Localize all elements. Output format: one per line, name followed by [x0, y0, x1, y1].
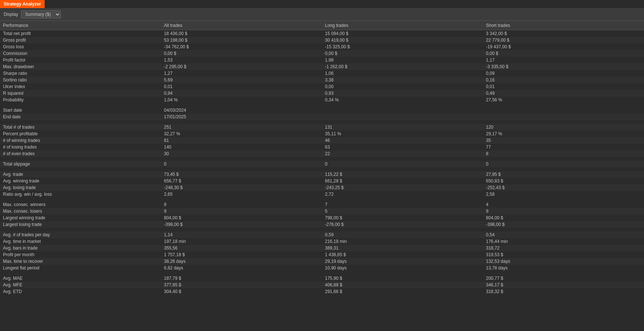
row-label: Avg. MAE: [0, 275, 161, 282]
row-long: 5: [322, 208, 483, 215]
row-long: 63: [322, 144, 483, 150]
row-all: 0: [161, 161, 322, 167]
row-all: 1,14: [161, 231, 322, 238]
row-label: # of even trades: [0, 150, 161, 157]
row-long: 10,90 days: [322, 265, 483, 271]
row-long: 7: [322, 201, 483, 208]
row-all: 251: [161, 124, 322, 130]
row-short: 804,00 $: [483, 215, 644, 221]
row-long: 0,34 %: [322, 97, 483, 103]
row-label: Max. time to recover: [0, 258, 161, 265]
row-short: 0,01: [483, 83, 644, 90]
display-select[interactable]: Summary ($)Summary (%)Details: [21, 10, 61, 18]
table-row: Total slippage000: [0, 161, 644, 167]
row-long: 29,19 days: [322, 258, 483, 265]
row-label: Start date: [0, 107, 161, 114]
row-short: 0: [483, 161, 644, 167]
table-row: R squared0,940,930,49: [0, 90, 644, 97]
row-label: Total slippage: [0, 161, 161, 167]
row-label: Gross loss: [0, 43, 161, 50]
row-short: 318,32 $: [483, 288, 644, 295]
row-all: 1,27: [161, 70, 322, 77]
row-label: Avg. trade: [0, 171, 161, 178]
table-row: Avg. trade73,45 $115,22 $27,85 $: [0, 171, 644, 178]
row-label: Avg. winning trade: [0, 178, 161, 184]
spacer-row: [0, 228, 644, 231]
row-short: 318,72: [483, 245, 644, 251]
header-all-trades: All trades: [161, 21, 322, 30]
row-all: 0,94: [161, 90, 322, 97]
row-all: 377,85 $: [161, 282, 322, 288]
row-long: 131: [322, 124, 483, 130]
row-all: 187,79 $: [161, 275, 322, 282]
row-all: 304,40 $: [161, 288, 322, 295]
table-row: Max. drawdown-2 295,00 $-1 262,00 $-3 33…: [0, 63, 644, 70]
table-row: Total # of trades251131120: [0, 124, 644, 130]
table-row: End date17/01/2025: [0, 114, 644, 120]
table-row: Avg. bars in trade355,56389,31318,72: [0, 245, 644, 251]
row-long: 46: [322, 137, 483, 144]
row-long: 1,98: [322, 57, 483, 63]
table-row: Sharpe ratio1,271,060,09: [0, 70, 644, 77]
row-short: 13,78 days: [483, 265, 644, 271]
row-all: 81: [161, 137, 322, 144]
table-row: Avg. winning trade656,77 $661,28 $650,83…: [0, 178, 644, 184]
row-short: 0,16: [483, 77, 644, 83]
row-label: # of losing trades: [0, 144, 161, 150]
table-row: Commission0,00 $0,00 $0,00 $: [0, 50, 644, 57]
spacer-row: [0, 271, 644, 275]
row-long: 216,18 min: [322, 238, 483, 245]
table-row: Avg. ETD304,40 $291,66 $318,32 $: [0, 288, 644, 295]
row-long: -15 325,00 $: [322, 43, 483, 50]
row-short: 2,58: [483, 191, 644, 198]
row-short: 27,85 $: [483, 171, 644, 178]
row-label: Sortino ratio: [0, 77, 161, 83]
row-all: 17/01/2025: [161, 114, 322, 120]
row-short: 176,44 min: [483, 238, 644, 245]
performance-table: Performance All trades Long trades Short…: [0, 21, 644, 295]
row-label: Avg. ETD: [0, 288, 161, 295]
row-label: Avg. time in market: [0, 238, 161, 245]
row-label: R squared: [0, 90, 161, 97]
row-label: Max. drawdown: [0, 63, 161, 70]
row-label: Total net profit: [0, 30, 161, 37]
row-short: 0,54: [483, 231, 644, 238]
row-all: -2 295,00 $: [161, 63, 322, 70]
table-row: Avg. losing trade-248,30 $-243,25 $-252,…: [0, 184, 644, 191]
row-label: Percent profitable: [0, 130, 161, 137]
row-long: -276,00 $: [322, 221, 483, 228]
row-long: 291,66 $: [322, 288, 483, 295]
row-all: 2,65: [161, 191, 322, 198]
table-row: Largest winning trade804,00 $798,00 $804…: [0, 215, 644, 221]
header-short-trades: Short trades: [483, 21, 644, 30]
row-long: 15 094,00 $: [322, 30, 483, 37]
row-long: 661,28 $: [322, 178, 483, 184]
row-label: Avg. # of trades per day: [0, 231, 161, 238]
row-short: 3 342,00 $: [483, 30, 644, 37]
row-all: 5,69: [161, 77, 322, 83]
table-row: Ratio avg. win / avg. loss2,652,722,58: [0, 191, 644, 198]
row-short: [483, 107, 644, 114]
row-short: 9: [483, 208, 644, 215]
row-short: 0,00 $: [483, 50, 644, 57]
row-short: -398,00 $: [483, 221, 644, 228]
row-short: -3 335,00 $: [483, 63, 644, 70]
row-long: 798,00 $: [322, 215, 483, 221]
table-row: Ulcer index0,010,000,01: [0, 83, 644, 90]
row-long: 0,59: [322, 231, 483, 238]
row-label: Ratio avg. win / avg. loss: [0, 191, 161, 198]
row-all: 0,00 $: [161, 50, 322, 57]
spacer-row: [0, 198, 644, 201]
row-label: Profit per month: [0, 251, 161, 258]
table-row: Avg. # of trades per day1,140,590,54: [0, 231, 644, 238]
row-label: End date: [0, 114, 161, 120]
row-label: Avg. bars in trade: [0, 245, 161, 251]
table-row: Profit factor1,531,981,17: [0, 57, 644, 63]
row-all: 1 757,18 $: [161, 251, 322, 258]
row-short: 35: [483, 137, 644, 144]
row-label: Sharpe ratio: [0, 70, 161, 77]
table-row: Max. consec. winners874: [0, 201, 644, 208]
row-all: -34 762,00 $: [161, 43, 322, 50]
table-row: Max. consec. losers959: [0, 208, 644, 215]
row-all: -248,30 $: [161, 184, 322, 191]
